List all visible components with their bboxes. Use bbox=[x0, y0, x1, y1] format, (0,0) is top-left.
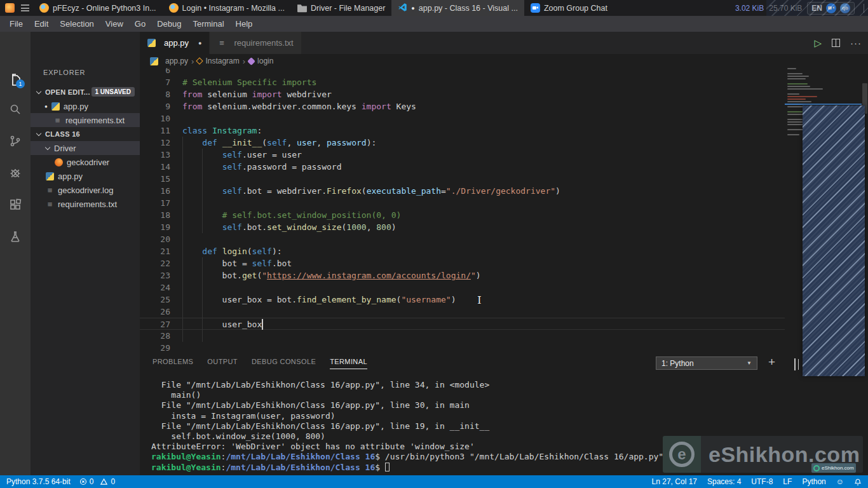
code-line-28[interactable]: 28 bbox=[140, 330, 785, 342]
breadcrumb-item[interactable]: login bbox=[257, 57, 273, 65]
panel-tab-terminal[interactable]: TERMINAL bbox=[330, 358, 367, 369]
code-line-17[interactable]: 17 bbox=[140, 197, 785, 209]
code-line-23[interactable]: 23 bot.get("https://www.instagram.com/ac… bbox=[140, 269, 785, 281]
menu-item-edit[interactable]: Edit bbox=[29, 16, 54, 32]
code-line-27[interactable]: 27 user_box bbox=[140, 318, 785, 330]
code-line-19[interactable]: 19 self.bot.set_window_size(1000, 800) bbox=[140, 221, 785, 233]
code-line-12[interactable]: 12 def __init__(self, user, password): bbox=[140, 137, 785, 149]
overlay-striped-window[interactable] bbox=[803, 105, 865, 376]
breadcrumb-item[interactable]: Instagram bbox=[205, 57, 239, 65]
code-line-20[interactable]: 20 bbox=[140, 233, 785, 245]
unsaved-dot-icon: ● bbox=[411, 5, 414, 11]
taskbar-window-button[interactable]: pFEcyz - Online Python3 In... bbox=[33, 0, 163, 16]
code-editor[interactable]: 67# Selenium Specific imports8from selen… bbox=[140, 64, 785, 354]
status-item-1[interactable]: Spaces: 4 bbox=[707, 477, 741, 486]
taskbar-window-button[interactable]: Zoom Group Chat bbox=[524, 0, 614, 16]
line-number: 15 bbox=[140, 173, 170, 185]
code-token: "./Driver/geckodriver" bbox=[446, 186, 555, 196]
search-icon[interactable] bbox=[0, 95, 31, 124]
code-line-16[interactable]: 16 self.bot = webdriver.Firefox(executab… bbox=[140, 185, 785, 197]
taskbar-window-button[interactable]: ●app.py - Class 16 - Visual ... bbox=[391, 0, 524, 16]
menu-item-help[interactable]: Help bbox=[230, 16, 259, 32]
editor-tab-app.py[interactable]: app.py● bbox=[140, 32, 210, 54]
code-token: "username" bbox=[401, 295, 451, 304]
workspace-header[interactable]: CLASS 16 bbox=[31, 127, 140, 141]
terminal-text: rakibul@Yeasin bbox=[151, 452, 221, 461]
smiley-feedback-icon[interactable]: ☺ bbox=[836, 477, 844, 486]
panel-tab-output[interactable]: OUTPUT bbox=[207, 358, 238, 369]
menu-item-view[interactable]: View bbox=[100, 16, 129, 32]
minimap-line bbox=[787, 88, 823, 90]
status-item-3[interactable]: LF bbox=[783, 477, 792, 486]
test-flask-icon[interactable] bbox=[0, 222, 31, 251]
status-item-4[interactable]: Python bbox=[802, 477, 825, 486]
open-editor-item[interactable]: requirements.txt bbox=[31, 113, 140, 127]
tree-item[interactable]: app.py bbox=[31, 169, 140, 183]
code-line-26[interactable]: 26 bbox=[140, 306, 785, 318]
problems-status[interactable]: 0 0 bbox=[79, 477, 115, 486]
tree-item[interactable]: geckodriver bbox=[31, 155, 140, 169]
code-line-25[interactable]: 25 user_box = bot.find_element_by_name("… bbox=[140, 294, 785, 306]
code-line-15[interactable]: 15 bbox=[140, 173, 785, 185]
tree-item[interactable]: requirements.txt bbox=[31, 197, 140, 211]
window-list-icon[interactable] bbox=[21, 4, 29, 11]
code-line-24[interactable]: 24 bbox=[140, 281, 785, 294]
code-line-22[interactable]: 22 bot = self.bot bbox=[140, 257, 785, 269]
files-icon[interactable]: 1 bbox=[0, 65, 31, 95]
breadcrumb[interactable]: app.py›Instagram›login bbox=[140, 54, 868, 68]
code-line-21[interactable]: 21 def login(self): bbox=[140, 245, 785, 257]
new-terminal-button[interactable]: + bbox=[768, 355, 775, 369]
explorer-sidebar: EXPLORER 1 UNSAVED OPEN EDIT... ●app.pyr… bbox=[31, 32, 140, 475]
code-line-9[interactable]: 9from selenium.webdriver.common.keys imp… bbox=[140, 100, 785, 112]
folder-icon bbox=[297, 3, 307, 13]
menu-item-file[interactable]: File bbox=[4, 16, 29, 32]
split-editor-icon[interactable] bbox=[832, 39, 840, 47]
watermark-badge: eShikhon.com bbox=[811, 463, 856, 473]
indent-guide bbox=[202, 269, 203, 281]
panel-tab-debug-console[interactable]: DEBUG CONSOLE bbox=[252, 358, 316, 369]
code-line-content: self.password = password bbox=[170, 161, 785, 173]
code-line-7[interactable]: 7# Selenium Specific imports bbox=[140, 76, 785, 88]
editor-tab-requirements.txt[interactable]: requirements.txt bbox=[210, 32, 301, 54]
code-line-29[interactable]: 29 bbox=[140, 342, 785, 354]
split-terminal-icon[interactable] bbox=[794, 359, 796, 370]
code-line-14[interactable]: 14 self.password = password bbox=[140, 161, 785, 173]
status-item-2[interactable]: UTF-8 bbox=[751, 477, 773, 486]
code-line-18[interactable]: 18 # self.bot.set_window_position(0, 0) bbox=[140, 209, 785, 221]
panel-tab-problems[interactable]: PROBLEMS bbox=[153, 358, 193, 369]
taskbar-window-button[interactable]: Login • Instagram - Mozilla ... bbox=[163, 0, 291, 16]
open-editor-item[interactable]: ●app.py bbox=[31, 99, 140, 113]
python-interpreter-status[interactable]: Python 3.7.5 64-bit bbox=[6, 477, 71, 486]
code-line-10[interactable]: 10 bbox=[140, 112, 785, 125]
code-line-11[interactable]: 11class Instagram: bbox=[140, 125, 785, 137]
status-item-0[interactable]: Ln 27, Col 17 bbox=[652, 477, 697, 486]
more-actions-icon[interactable]: ··· bbox=[850, 37, 862, 48]
minimap-line bbox=[787, 101, 811, 102]
code-line-8[interactable]: 8from selenium import webdriver bbox=[140, 88, 785, 100]
launcher-icon[interactable] bbox=[5, 3, 15, 13]
debug-icon[interactable] bbox=[0, 158, 31, 187]
taskbar-window-button[interactable]: Driver - File Manager bbox=[291, 0, 391, 16]
terminal-shell-select[interactable]: 1: Python ▼ bbox=[656, 356, 757, 370]
indent-guide bbox=[202, 318, 203, 329]
menu-item-go[interactable]: Go bbox=[129, 16, 151, 32]
code-token: self bbox=[222, 222, 242, 232]
minimap-line bbox=[787, 96, 817, 97]
watermark-badge-text: eShikhon.com bbox=[822, 465, 854, 471]
terminal-text: $ /usr/bin/python3 "/mnt/Lab/Lab/Eshikho… bbox=[375, 452, 663, 461]
terminal-output[interactable]: File "/mnt/Lab/Lab/Eshikhon/Class 16/app… bbox=[151, 380, 663, 473]
indent-guide bbox=[202, 257, 203, 269]
code-line-13[interactable]: 13 self.user = user bbox=[140, 149, 785, 161]
breadcrumb-item[interactable]: app.py bbox=[165, 57, 188, 65]
tree-item[interactable]: Driver bbox=[31, 141, 140, 155]
menu-item-selection[interactable]: Selection bbox=[54, 16, 99, 32]
source-control-icon[interactable] bbox=[0, 126, 31, 156]
tree-item[interactable]: geckodriver.log bbox=[31, 183, 140, 197]
menu-item-debug[interactable]: Debug bbox=[151, 16, 187, 32]
run-button[interactable]: ▷ bbox=[814, 37, 822, 49]
extensions-icon[interactable] bbox=[0, 190, 31, 219]
terminal-text: main() bbox=[151, 390, 201, 400]
menu-item-terminal[interactable]: Terminal bbox=[187, 16, 229, 32]
code-token: import bbox=[252, 90, 282, 99]
notifications-bell-icon[interactable] bbox=[854, 478, 862, 486]
